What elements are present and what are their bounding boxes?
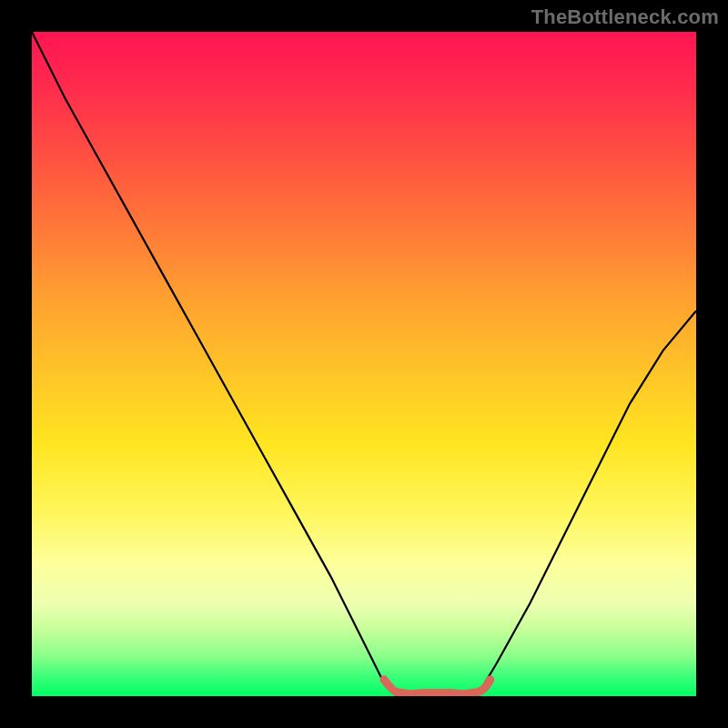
chart-frame: TheBottleneck.com: [0, 0, 728, 728]
curve-left-branch: [32, 32, 398, 696]
highlight-segment: [384, 680, 490, 694]
watermark-text: TheBottleneck.com: [531, 5, 719, 29]
curve-layer: [32, 32, 696, 696]
curve-right-branch: [477, 311, 696, 696]
plot-area: [32, 32, 696, 696]
